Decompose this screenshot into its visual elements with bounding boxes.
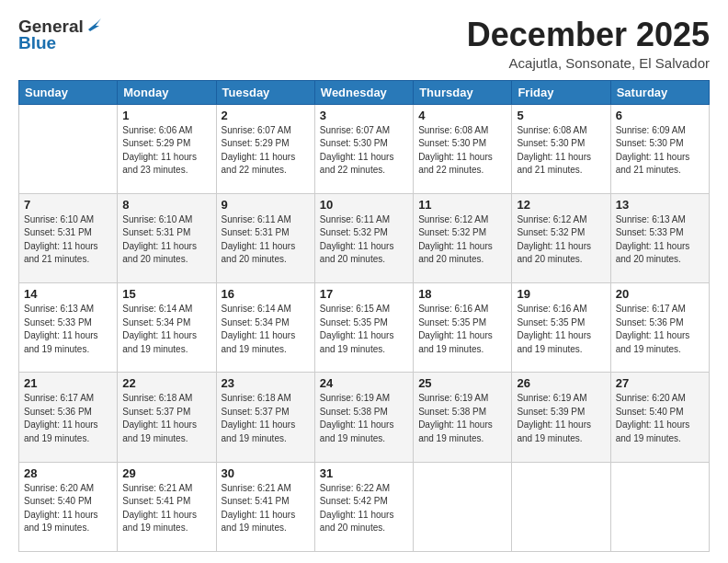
day-number: 18 xyxy=(418,287,506,301)
day-info: Sunrise: 6:08 AMSunset: 5:30 PMDaylight:… xyxy=(418,124,506,178)
calendar-cell: 13Sunrise: 6:13 AMSunset: 5:33 PMDayligh… xyxy=(610,193,709,282)
calendar-cell: 8Sunrise: 6:10 AMSunset: 5:31 PMDaylight… xyxy=(118,193,216,282)
day-number: 6 xyxy=(616,109,704,122)
location-subtitle: Acajutla, Sonsonate, El Salvador xyxy=(467,55,710,71)
day-info: Sunrise: 6:19 AMSunset: 5:38 PMDaylight:… xyxy=(418,392,506,445)
calendar-week-row: 14Sunrise: 6:13 AMSunset: 5:33 PMDayligh… xyxy=(19,283,710,373)
day-number: 11 xyxy=(418,198,506,212)
logo: General Blue xyxy=(18,17,101,53)
day-info: Sunrise: 6:10 AMSunset: 5:31 PMDaylight:… xyxy=(122,213,210,267)
day-number: 20 xyxy=(616,287,704,301)
day-info: Sunrise: 6:16 AMSunset: 5:35 PMDaylight:… xyxy=(517,303,605,356)
day-number: 28 xyxy=(24,466,112,480)
day-number: 31 xyxy=(320,466,408,480)
calendar-cell: 9Sunrise: 6:11 AMSunset: 5:31 PMDaylight… xyxy=(216,193,314,282)
calendar-cell: 3Sunrise: 6:07 AMSunset: 5:30 PMDaylight… xyxy=(314,104,413,193)
day-info: Sunrise: 6:09 AMSunset: 5:30 PMDaylight:… xyxy=(616,124,704,178)
calendar-cell: 16Sunrise: 6:14 AMSunset: 5:34 PMDayligh… xyxy=(216,283,314,373)
day-info: Sunrise: 6:21 AMSunset: 5:41 PMDaylight:… xyxy=(222,482,310,535)
day-number: 12 xyxy=(517,198,605,212)
day-number: 21 xyxy=(24,376,112,390)
calendar-cell: 12Sunrise: 6:12 AMSunset: 5:32 PMDayligh… xyxy=(512,193,610,282)
calendar-cell: 7Sunrise: 6:10 AMSunset: 5:31 PMDaylight… xyxy=(19,193,118,282)
day-info: Sunrise: 6:13 AMSunset: 5:33 PMDaylight:… xyxy=(24,303,112,356)
calendar-cell: 29Sunrise: 6:21 AMSunset: 5:41 PMDayligh… xyxy=(118,462,216,551)
svg-marker-0 xyxy=(88,18,101,31)
day-number: 26 xyxy=(517,376,605,390)
day-info: Sunrise: 6:20 AMSunset: 5:40 PMDaylight:… xyxy=(24,482,112,535)
calendar-cell: 30Sunrise: 6:21 AMSunset: 5:41 PMDayligh… xyxy=(216,462,314,551)
day-info: Sunrise: 6:10 AMSunset: 5:31 PMDaylight:… xyxy=(24,213,112,267)
calendar-cell: 1Sunrise: 6:06 AMSunset: 5:29 PMDaylight… xyxy=(118,104,216,193)
calendar-cell xyxy=(414,462,512,551)
calendar-cell: 31Sunrise: 6:22 AMSunset: 5:42 PMDayligh… xyxy=(314,462,413,551)
day-header-monday: Monday xyxy=(118,80,216,104)
calendar-cell xyxy=(19,104,118,193)
day-info: Sunrise: 6:07 AMSunset: 5:29 PMDaylight:… xyxy=(222,124,310,178)
header: General Blue December 2025 Acajutla, Son… xyxy=(18,17,710,71)
day-info: Sunrise: 6:22 AMSunset: 5:42 PMDaylight:… xyxy=(320,482,408,535)
day-info: Sunrise: 6:11 AMSunset: 5:31 PMDaylight:… xyxy=(222,213,310,267)
day-number: 5 xyxy=(517,109,605,122)
calendar-cell: 21Sunrise: 6:17 AMSunset: 5:36 PMDayligh… xyxy=(19,373,118,462)
calendar-cell: 20Sunrise: 6:17 AMSunset: 5:36 PMDayligh… xyxy=(610,283,709,373)
calendar-cell: 17Sunrise: 6:15 AMSunset: 5:35 PMDayligh… xyxy=(314,283,413,373)
day-number: 1 xyxy=(122,109,210,122)
day-info: Sunrise: 6:08 AMSunset: 5:30 PMDaylight:… xyxy=(517,124,605,178)
day-number: 23 xyxy=(222,376,310,390)
day-number: 29 xyxy=(122,466,210,480)
day-number: 14 xyxy=(24,287,112,301)
day-info: Sunrise: 6:12 AMSunset: 5:32 PMDaylight:… xyxy=(517,213,605,267)
calendar-cell: 11Sunrise: 6:12 AMSunset: 5:32 PMDayligh… xyxy=(414,193,512,282)
day-info: Sunrise: 6:12 AMSunset: 5:32 PMDaylight:… xyxy=(418,213,506,267)
calendar-week-row: 28Sunrise: 6:20 AMSunset: 5:40 PMDayligh… xyxy=(19,462,710,551)
day-number: 30 xyxy=(222,466,310,480)
calendar-cell: 4Sunrise: 6:08 AMSunset: 5:30 PMDaylight… xyxy=(414,104,512,193)
day-header-sunday: Sunday xyxy=(19,80,118,104)
page: General Blue December 2025 Acajutla, Son… xyxy=(0,0,728,563)
month-title: December 2025 xyxy=(467,17,710,53)
day-info: Sunrise: 6:18 AMSunset: 5:37 PMDaylight:… xyxy=(222,392,310,445)
calendar-week-row: 21Sunrise: 6:17 AMSunset: 5:36 PMDayligh… xyxy=(19,373,710,462)
day-info: Sunrise: 6:21 AMSunset: 5:41 PMDaylight:… xyxy=(122,482,210,535)
day-number: 10 xyxy=(320,198,408,212)
day-header-tuesday: Tuesday xyxy=(216,80,314,104)
day-number: 3 xyxy=(320,109,408,122)
day-info: Sunrise: 6:13 AMSunset: 5:33 PMDaylight:… xyxy=(616,213,704,267)
calendar-week-row: 1Sunrise: 6:06 AMSunset: 5:29 PMDaylight… xyxy=(19,104,710,193)
day-info: Sunrise: 6:18 AMSunset: 5:37 PMDaylight:… xyxy=(122,392,210,445)
day-number: 9 xyxy=(222,198,310,212)
day-info: Sunrise: 6:06 AMSunset: 5:29 PMDaylight:… xyxy=(122,124,210,178)
calendar-cell: 26Sunrise: 6:19 AMSunset: 5:39 PMDayligh… xyxy=(512,373,610,462)
calendar-cell xyxy=(610,462,709,551)
calendar-cell: 5Sunrise: 6:08 AMSunset: 5:30 PMDaylight… xyxy=(512,104,610,193)
day-info: Sunrise: 6:14 AMSunset: 5:34 PMDaylight:… xyxy=(222,303,310,356)
day-header-wednesday: Wednesday xyxy=(314,80,413,104)
calendar-header-row: SundayMondayTuesdayWednesdayThursdayFrid… xyxy=(19,80,710,104)
calendar-cell: 22Sunrise: 6:18 AMSunset: 5:37 PMDayligh… xyxy=(118,373,216,462)
day-header-thursday: Thursday xyxy=(414,80,512,104)
title-section: December 2025 Acajutla, Sonsonate, El Sa… xyxy=(467,17,710,71)
day-number: 19 xyxy=(517,287,605,301)
calendar-cell: 18Sunrise: 6:16 AMSunset: 5:35 PMDayligh… xyxy=(414,283,512,373)
calendar-table: SundayMondayTuesdayWednesdayThursdayFrid… xyxy=(18,80,710,552)
calendar-cell: 14Sunrise: 6:13 AMSunset: 5:33 PMDayligh… xyxy=(19,283,118,373)
day-number: 24 xyxy=(320,376,408,390)
day-number: 7 xyxy=(24,198,112,212)
day-number: 15 xyxy=(122,287,210,301)
calendar-cell: 24Sunrise: 6:19 AMSunset: 5:38 PMDayligh… xyxy=(314,373,413,462)
day-number: 4 xyxy=(418,109,506,122)
logo-bird-icon xyxy=(85,17,101,33)
day-info: Sunrise: 6:16 AMSunset: 5:35 PMDaylight:… xyxy=(418,303,506,356)
calendar-cell: 10Sunrise: 6:11 AMSunset: 5:32 PMDayligh… xyxy=(314,193,413,282)
day-number: 22 xyxy=(122,376,210,390)
day-info: Sunrise: 6:17 AMSunset: 5:36 PMDaylight:… xyxy=(616,303,704,356)
calendar-cell xyxy=(512,462,610,551)
calendar-cell: 23Sunrise: 6:18 AMSunset: 5:37 PMDayligh… xyxy=(216,373,314,462)
calendar-week-row: 7Sunrise: 6:10 AMSunset: 5:31 PMDaylight… xyxy=(19,193,710,282)
day-info: Sunrise: 6:14 AMSunset: 5:34 PMDaylight:… xyxy=(122,303,210,356)
day-header-friday: Friday xyxy=(512,80,610,104)
day-info: Sunrise: 6:19 AMSunset: 5:38 PMDaylight:… xyxy=(320,392,408,445)
day-info: Sunrise: 6:17 AMSunset: 5:36 PMDaylight:… xyxy=(24,392,112,445)
day-info: Sunrise: 6:11 AMSunset: 5:32 PMDaylight:… xyxy=(320,213,408,267)
